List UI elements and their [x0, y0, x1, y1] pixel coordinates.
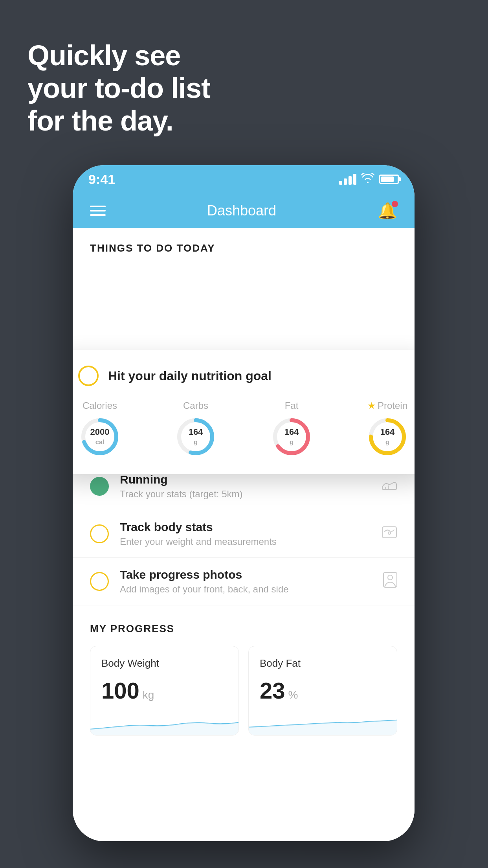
body-fat-unit: %: [288, 689, 298, 701]
headline: Quickly see your to-do list for the day.: [28, 39, 210, 137]
headline-line3: for the day.: [28, 105, 210, 137]
progress-photos-circle: [90, 572, 109, 591]
star-icon: ★: [367, 400, 376, 411]
carbs-value: 164g: [189, 427, 203, 446]
body-fat-value: 23: [260, 677, 285, 704]
body-fat-value-row: 23 %: [260, 677, 386, 704]
progress-section: MY PROGRESS Body Weight 100 kg: [73, 605, 415, 747]
nutrition-circle: [78, 366, 99, 386]
headline-line1: Quickly see: [28, 39, 210, 72]
progress-photos-title: Take progress photos: [120, 568, 383, 581]
running-text: Running Track your stats (target: 5km): [120, 473, 382, 500]
headline-line2: your to-do list: [28, 72, 210, 105]
todo-item-progress-photos[interactable]: Take progress photos Add images of your …: [73, 558, 415, 605]
calories-label: Calories: [83, 400, 117, 411]
nutrition-protein: ★ Protein 164g: [366, 400, 409, 458]
nutrition-grid: Calories 2000cal Carbs: [78, 400, 409, 458]
hamburger-menu[interactable]: [90, 206, 106, 216]
body-stats-subtitle: Enter your weight and measurements: [120, 536, 382, 547]
calories-value: 2000cal: [90, 427, 110, 446]
fat-donut: 164g: [270, 415, 313, 458]
signal-bars-icon: [339, 174, 356, 185]
nutrition-calories: Calories 2000cal: [78, 400, 121, 458]
nav-bar: Dashboard 🔔: [73, 193, 415, 228]
nutrition-card: Hit your daily nutrition goal Calories 2…: [73, 350, 415, 474]
fat-value: 164g: [284, 427, 299, 446]
bell-notification-dot: [392, 201, 398, 207]
protein-donut: 164g: [366, 415, 409, 458]
body-weight-value-row: 100 kg: [101, 677, 227, 704]
status-bar: 9:41: [73, 165, 415, 193]
body-weight-chart: [90, 712, 238, 735]
todo-item-body-stats[interactable]: Track body stats Enter your weight and m…: [73, 510, 415, 558]
carbs-label: Carbs: [183, 400, 208, 411]
shoe-icon: [382, 478, 397, 495]
wifi-icon: [361, 173, 374, 186]
body-weight-label: Body Weight: [101, 657, 227, 669]
nutrition-card-title: Hit your daily nutrition goal: [108, 369, 272, 383]
body-stats-text: Track body stats Enter your weight and m…: [120, 520, 382, 547]
nutrition-fat: Fat 164g: [270, 400, 313, 458]
phone-frame: 9:41: [73, 165, 415, 841]
carbs-donut: 164g: [174, 415, 217, 458]
person-icon: [383, 572, 397, 591]
body-fat-chart: [249, 712, 397, 735]
body-weight-unit: kg: [143, 689, 154, 701]
status-icons: [339, 173, 399, 186]
svg-point-11: [388, 575, 393, 580]
calories-donut: 2000cal: [78, 415, 121, 458]
things-to-do-header: THINGS TO DO TODAY: [73, 228, 415, 262]
todo-list: Running Track your stats (target: 5km) T…: [73, 463, 415, 605]
fat-label: Fat: [285, 400, 299, 411]
nutrition-card-header: Hit your daily nutrition goal: [78, 366, 409, 386]
battery-icon: [379, 175, 399, 184]
content-area: THINGS TO DO TODAY Hit your daily nutrit…: [73, 228, 415, 841]
nav-title: Dashboard: [207, 202, 276, 219]
progress-photos-subtitle: Add images of your front, back, and side: [120, 584, 383, 595]
body-weight-value: 100: [101, 677, 139, 704]
running-subtitle: Track your stats (target: 5km): [120, 489, 382, 500]
protein-value: 164g: [380, 427, 395, 446]
protein-label-row: ★ Protein: [367, 400, 407, 411]
protein-label: Protein: [378, 400, 407, 411]
progress-photos-text: Take progress photos Add images of your …: [120, 568, 383, 595]
body-weight-card[interactable]: Body Weight 100 kg: [90, 646, 239, 736]
svg-point-9: [388, 532, 391, 534]
progress-cards: Body Weight 100 kg Body Fat: [90, 646, 397, 736]
body-fat-card[interactable]: Body Fat 23 %: [248, 646, 397, 736]
status-time: 9:41: [88, 172, 115, 187]
running-circle: [90, 477, 109, 496]
nutrition-carbs: Carbs 164g: [174, 400, 217, 458]
body-fat-label: Body Fat: [260, 657, 386, 669]
body-stats-circle: [90, 524, 109, 543]
bell-icon[interactable]: 🔔: [378, 202, 397, 220]
progress-header: MY PROGRESS: [90, 623, 397, 635]
body-stats-title: Track body stats: [120, 520, 382, 534]
running-title: Running: [120, 473, 382, 486]
scale-icon: [382, 525, 397, 543]
